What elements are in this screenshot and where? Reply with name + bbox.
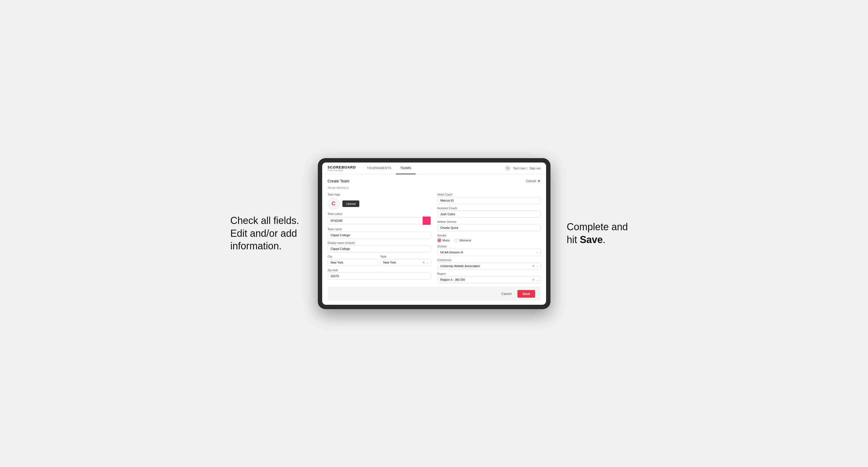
division-field: Division NCAA Division III ⌄	[437, 245, 540, 256]
team-logo-label: Team logo	[328, 193, 431, 196]
colour-row	[328, 216, 431, 225]
gender-field: Gender Mens Womens	[437, 234, 540, 242]
logo-preview: C	[328, 198, 340, 210]
conference-field: Conference University Athletic Associati…	[437, 259, 540, 270]
zip-label: Zip code	[328, 269, 431, 272]
form-title: Create Team	[328, 179, 349, 183]
athletic-director-field: Athletic Director	[437, 220, 540, 231]
division-label: Division	[437, 245, 540, 248]
conference-clear-icon[interactable]: ✕	[532, 264, 535, 268]
region-label: Region	[437, 272, 540, 275]
nav-tabs: TOURNAMENTS TEAMS	[362, 162, 504, 175]
team-name-field: Team name	[328, 228, 431, 239]
team-logo-field: Team logo C Upload	[328, 193, 431, 210]
tab-teams[interactable]: TEAMS	[396, 162, 415, 175]
city-input[interactable]	[328, 259, 378, 266]
save-button[interactable]: Save	[518, 290, 535, 298]
state-field: State New York ✕ ⌄	[380, 255, 431, 266]
logo-title: SCOREBOARD	[328, 165, 356, 169]
footer-bar: Cancel Save	[328, 287, 540, 301]
form-header: Create Team Cancel ✕	[328, 179, 540, 183]
gender-row: Mens Womens	[437, 239, 540, 242]
gender-label: Gender	[437, 234, 540, 237]
athletic-director-label: Athletic Director	[437, 220, 540, 223]
gender-womens-label: Womens	[459, 239, 471, 242]
head-coach-field: Head Coach	[437, 193, 540, 204]
tablet-frame: SCOREBOARD Powered by clippd TOURNAMENTS…	[318, 158, 551, 309]
radio-womens-icon	[454, 239, 458, 242]
display-name-input[interactable]	[328, 245, 431, 252]
display-name-label: Display name (unique)	[328, 242, 431, 244]
annotation-right: Complete and hit Save.	[567, 221, 638, 246]
avatar: TU	[505, 165, 511, 171]
city-field: City	[328, 255, 378, 266]
team-colour-label: Team colour	[328, 213, 431, 216]
team-name-label: Team name	[328, 228, 431, 231]
user-label: Test User |	[513, 166, 527, 170]
region-select[interactable]: Region II - (M) DIII	[437, 276, 540, 283]
section-label: TEAM DETAILS	[328, 187, 540, 189]
gender-mens[interactable]: Mens	[437, 239, 450, 242]
zip-input[interactable]	[328, 273, 431, 280]
athletic-director-input[interactable]	[437, 224, 540, 231]
close-icon: ✕	[537, 179, 540, 183]
form-content: Create Team Cancel ✕ TEAM DETAILS Team l…	[322, 175, 546, 305]
form-columns: Team logo C Upload Team colour	[328, 193, 540, 283]
region-select-wrap: Region II - (M) DIII ✕ ⌄	[437, 276, 540, 283]
colour-swatch	[423, 216, 431, 225]
assistant-coach-label: Assistant Coach	[437, 207, 540, 210]
annotation-left: Check all fields. Edit and/or add inform…	[230, 214, 302, 253]
region-clear-icon[interactable]: ✕	[532, 278, 535, 281]
state-select-wrap: New York ✕ ⌄	[380, 259, 431, 266]
team-colour-field: Team colour	[328, 213, 431, 225]
nav-bar: SCOREBOARD Powered by clippd TOURNAMENTS…	[322, 162, 546, 175]
region-field: Region Region II - (M) DIII ✕ ⌄	[437, 272, 540, 283]
state-clear-icon[interactable]: ✕	[423, 260, 425, 264]
gender-mens-label: Mens	[443, 239, 450, 242]
tab-tournaments[interactable]: TOURNAMENTS	[362, 162, 396, 175]
radio-mens-icon	[437, 239, 441, 242]
app-logo: SCOREBOARD Powered by clippd	[328, 165, 356, 171]
head-coach-label: Head Coach	[437, 193, 540, 196]
city-label: City	[328, 255, 378, 258]
left-column: Team logo C Upload Team colour	[328, 193, 431, 283]
assistant-coach-field: Assistant Coach	[437, 207, 540, 218]
head-coach-input[interactable]	[437, 197, 540, 204]
logo-sub: Powered by clippd	[328, 169, 356, 171]
tablet-screen: SCOREBOARD Powered by clippd TOURNAMENTS…	[322, 162, 546, 305]
nav-right: TU Test User | Sign out	[505, 165, 540, 171]
right-column: Head Coach Assistant Coach Athletic Dire…	[437, 193, 540, 283]
team-name-input[interactable]	[328, 231, 431, 239]
signout-link[interactable]: Sign out	[529, 166, 540, 170]
team-colour-input[interactable]	[328, 217, 423, 224]
conference-select[interactable]: University Athletic Association	[437, 262, 540, 270]
conference-label: Conference	[437, 259, 540, 261]
display-name-field: Display name (unique)	[328, 242, 431, 252]
city-state-row: City State New York ✕ ⌄	[328, 255, 431, 266]
logo-preview-row: C Upload	[328, 198, 431, 210]
conference-select-wrap: University Athletic Association ✕ ⌄	[437, 262, 540, 270]
division-select[interactable]: NCAA Division III	[437, 249, 540, 256]
assistant-coach-input[interactable]	[437, 211, 540, 218]
state-label: State	[380, 255, 431, 258]
cancel-header-button[interactable]: Cancel ✕	[526, 179, 540, 183]
zip-field: Zip code	[328, 269, 431, 280]
cancel-button[interactable]: Cancel	[498, 290, 515, 298]
gender-womens[interactable]: Womens	[454, 239, 471, 242]
upload-button[interactable]: Upload	[342, 200, 360, 207]
division-select-wrap: NCAA Division III ⌄	[437, 249, 540, 256]
